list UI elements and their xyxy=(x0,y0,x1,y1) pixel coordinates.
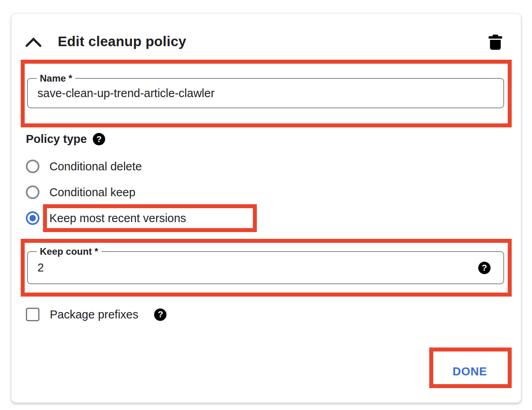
trash-icon xyxy=(489,35,502,50)
chevron-up-icon xyxy=(25,37,42,47)
delete-policy-button[interactable] xyxy=(483,31,507,53)
policy-type-help-icon[interactable]: ? xyxy=(93,133,105,145)
edit-cleanup-policy-dialog: Edit cleanup policy Name * Policy type ?… xyxy=(0,0,532,410)
collapse-section-button[interactable] xyxy=(23,33,44,52)
radio-keep-most-recent-versions[interactable]: Keep most recent versions xyxy=(26,211,186,225)
name-field: Name * xyxy=(27,78,504,108)
radio-button-icon[interactable] xyxy=(26,211,39,225)
radio-conditional-delete[interactable]: Conditional delete xyxy=(26,159,142,174)
package-prefixes-help-icon[interactable]: ? xyxy=(154,308,166,321)
keep-count-field: Keep count * ? xyxy=(27,251,504,284)
done-button[interactable]: DONE xyxy=(436,359,503,384)
package-prefixes-checkbox[interactable] xyxy=(26,308,39,321)
radio-label: Conditional keep xyxy=(49,186,135,199)
policy-type-label: Policy type xyxy=(26,133,87,146)
radio-conditional-keep[interactable]: Conditional keep xyxy=(26,185,135,199)
dialog-card xyxy=(11,13,521,403)
package-prefixes-label: Package prefixes xyxy=(50,308,138,321)
keep-count-input[interactable] xyxy=(28,252,503,283)
package-prefixes-row[interactable]: Package prefixes ? xyxy=(26,307,166,322)
radio-label: Keep most recent versions xyxy=(49,212,186,225)
name-input[interactable] xyxy=(28,79,503,107)
radio-label: Conditional delete xyxy=(49,160,142,173)
policy-type-header: Policy type ? xyxy=(26,133,105,146)
radio-button-icon[interactable] xyxy=(26,185,39,199)
radio-button-icon[interactable] xyxy=(26,160,39,173)
page-title: Edit cleanup policy xyxy=(58,33,186,49)
keep-count-help-icon[interactable]: ? xyxy=(478,262,491,274)
